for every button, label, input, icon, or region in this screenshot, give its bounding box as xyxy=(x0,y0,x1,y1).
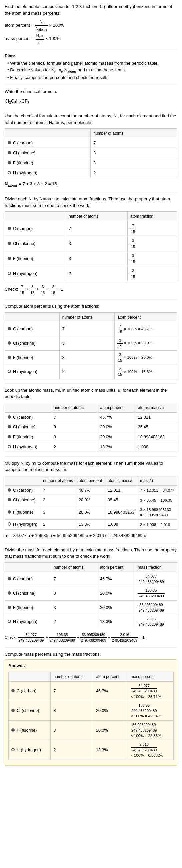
ap-carbon-calc: 715 × 100% = 46.7% xyxy=(115,322,177,336)
chemical-formula: Cl3C6H2CF3 xyxy=(5,98,177,105)
ans-header-element xyxy=(9,672,51,681)
fluorine-count: 3 xyxy=(91,158,177,168)
fraction-table: number of atoms atom fraction C (carbon)… xyxy=(5,211,177,281)
ap-chlorine-count: 3 xyxy=(59,336,114,351)
ml-hydrogen-count: 2 xyxy=(51,442,97,452)
ap-header-percent: atom percent xyxy=(115,312,177,322)
answer-table: number of atoms atom percent mass percen… xyxy=(8,672,174,760)
table-row: C (carbon) 7 715 × 100% = 46.7% xyxy=(5,322,177,336)
ml-hydrogen-percent: 13.3% xyxy=(97,442,135,452)
frac-fluorine-frac: 315 xyxy=(127,251,177,266)
mm-chlorine-element: Cl (chlorine) xyxy=(5,495,40,505)
fraction-section: Divide each Ni by Natoms to calculate at… xyxy=(5,196,177,295)
ans-hydrogen-element: H (hydrogen) xyxy=(9,740,51,760)
mm-fluorine-mass: 18.998403163 xyxy=(105,505,137,520)
mm-fluorine-element: F (fluorine) xyxy=(5,505,40,520)
mm-fluorine-percent: 20.0% xyxy=(76,505,105,520)
mf-fluorine-frac: 56.995209489249.438209489 xyxy=(135,601,177,615)
ap-chlorine-element: Cl (chlorine) xyxy=(5,336,60,351)
mass-percent-section: Compute mass percents using the mass fra… xyxy=(5,651,177,766)
write-formula-label: Write the chemical formula: xyxy=(5,88,177,95)
ml-header-element xyxy=(5,403,51,412)
mm-header-percent: atom percent xyxy=(76,476,105,485)
ans-header-atom-pct: atom percent xyxy=(93,672,128,681)
table-row: F (fluorine) 3 20.0% 18.998403163 xyxy=(5,432,177,442)
frac-carbon-element: C (carbon) xyxy=(5,221,66,236)
ml-header-mass: atomic mass/u xyxy=(135,403,177,412)
ap-fluorine-element: F (fluorine) xyxy=(5,351,60,365)
hydrogen-count: 2 xyxy=(91,168,177,178)
table-row: F (fluorine) 3 xyxy=(5,158,177,168)
table-row: Cl (chlorine) 3 xyxy=(5,148,177,158)
mf-chlorine-count: 3 xyxy=(51,586,97,601)
mm-header-element xyxy=(5,476,40,485)
frac-header-frac: atom fraction xyxy=(127,212,177,221)
ml-hydrogen-mass: 1.008 xyxy=(135,442,177,452)
plan-section: Plan: • Write the chemical formula and g… xyxy=(5,53,177,81)
frac-chlorine-element: Cl (chlorine) xyxy=(5,236,66,251)
lookup-intro: Look up the atomic mass, mi, in unified … xyxy=(5,387,177,400)
mass-percent-intro: Compute mass percents using the mass fra… xyxy=(5,651,177,658)
ans-fluorine-element: F (fluorine) xyxy=(9,721,51,740)
mf-chlorine-percent: 20.0% xyxy=(97,586,135,601)
frac-chlorine-count: 3 xyxy=(66,236,127,251)
mf-header-frac: mass fraction xyxy=(135,562,177,572)
table-row: C (carbon) 7 46.7% 12.011 7 × 12.011 = 8… xyxy=(5,485,177,495)
mm-carbon-mass: 12.011 xyxy=(105,485,137,495)
table-row: F (fluorine) 3 20.0% 56.995209489249.438… xyxy=(9,721,174,740)
mf-carbon-percent: 46.7% xyxy=(97,572,135,586)
mass-frac-check: Check: 84.077249.438209489 + 106.35249.4… xyxy=(5,632,177,643)
frac-hydrogen-frac: 215 xyxy=(127,266,177,281)
table-row: C (carbon) 7 xyxy=(5,138,177,148)
frac-hydrogen-count: 2 xyxy=(66,266,127,281)
ans-fluorine-count: 3 xyxy=(51,721,93,740)
mm-fluorine-calc: 3 × 18.998403163= 56.995209489 xyxy=(137,505,177,520)
mm-chlorine-percent: 20.0% xyxy=(76,495,105,505)
ml-chlorine-count: 3 xyxy=(51,422,97,432)
ans-hydrogen-atom-pct: 13.3% xyxy=(93,740,128,760)
mm-chlorine-count: 3 xyxy=(40,495,76,505)
mass-frac-table: number of atoms atom percent mass fracti… xyxy=(5,562,177,629)
mm-chlorine-mass: 35.45 xyxy=(105,495,137,505)
mf-fluorine-percent: 20.0% xyxy=(97,601,135,615)
ans-chlorine-atom-pct: 20.0% xyxy=(93,701,128,721)
atom-percent-formula: atom percent = NiNatoms × 100% xyxy=(5,19,177,32)
mf-carbon-element: C (carbon) xyxy=(5,572,51,586)
ans-hydrogen-count: 2 xyxy=(51,740,93,760)
multiply-intro: Multiply Ni by mi to compute the mass fo… xyxy=(5,460,177,473)
frac-fluorine-count: 3 xyxy=(66,251,127,266)
atom-percent-intro: Compute atom percents using the atom fra… xyxy=(5,303,177,310)
ans-carbon-mass-pct: 84.077249.438209489× 100% = 33.71% xyxy=(128,681,173,701)
element-fluorine: F (fluorine) xyxy=(5,158,91,168)
mf-carbon-frac: 84.077249.438209489 xyxy=(135,572,177,586)
table-row: H (hydrogen) 2 215 × 100% = 13.3% xyxy=(5,365,177,379)
answer-label: Answer: xyxy=(8,662,174,669)
ap-fluorine-count: 3 xyxy=(59,351,114,365)
frac-header-element xyxy=(5,212,66,221)
ap-chlorine-calc: 315 × 100% = 20.0% xyxy=(115,336,177,351)
table-row: H (hydrogen) 2 13.3% 2.016249.438209489 xyxy=(5,615,177,629)
mass-lookup-table: number of atoms atom percent atomic mass… xyxy=(5,403,177,452)
ap-carbon-count: 7 xyxy=(59,322,114,336)
ml-carbon-percent: 46.7% xyxy=(97,412,135,422)
table-row: C (carbon) 7 46.7% 84.077249.438209489 xyxy=(5,572,177,586)
mm-header-calc: mass/u xyxy=(137,476,177,485)
ml-fluorine-element: F (fluorine) xyxy=(5,432,51,442)
table-row: H (hydrogen) 2 13.3% 2.016249.438209489×… xyxy=(9,740,174,760)
answer-box: Answer: number of atoms atom percent mas… xyxy=(5,659,177,766)
mf-header-count: number of atoms xyxy=(51,562,97,572)
plan-bullet-1: • Write the chemical formula and gather … xyxy=(7,60,177,67)
table-row: Cl (chlorine) 3 20.0% 35.45 3 × 35.45 = … xyxy=(5,495,177,505)
mol-mass-line: m = 84.077 u + 106.35 u + 56.995209489 u… xyxy=(5,532,177,539)
table-row: C (carbon) 7 46.7% 84.077249.438209489× … xyxy=(9,681,174,701)
ml-carbon-count: 7 xyxy=(51,412,97,422)
mm-carbon-calc: 7 × 12.011 = 84.077 xyxy=(137,485,177,495)
ml-fluorine-count: 3 xyxy=(51,432,97,442)
ml-chlorine-element: Cl (chlorine) xyxy=(5,422,51,432)
frac-hydrogen-element: H (hydrogen) xyxy=(5,266,66,281)
table-row: F (fluorine) 3 20.0% 18.998403163 3 × 18… xyxy=(5,505,177,520)
mf-carbon-count: 7 xyxy=(51,572,97,586)
table-row: Cl (chlorine) 3 315 × 100% = 20.0% xyxy=(5,336,177,351)
table-row: F (fluorine) 3 315 xyxy=(5,251,177,266)
ans-chlorine-element: Cl (chlorine) xyxy=(9,701,51,721)
